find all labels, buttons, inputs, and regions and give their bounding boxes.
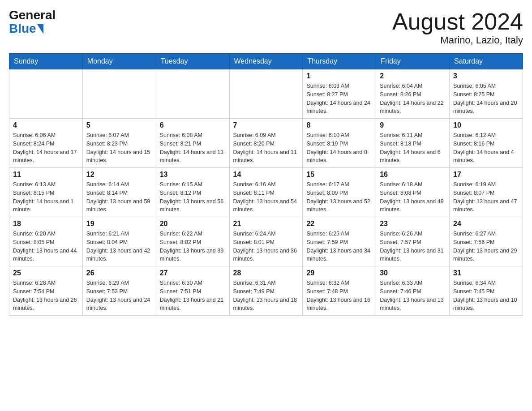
day-info: Sunrise: 6:17 AM Sunset: 8:09 PM Dayligh…	[306, 180, 372, 214]
day-number: 8	[306, 121, 372, 129]
day-info: Sunrise: 6:32 AM Sunset: 7:48 PM Dayligh…	[306, 279, 372, 313]
calendar-day-cell: 15Sunrise: 6:17 AM Sunset: 8:09 PM Dayli…	[303, 168, 376, 217]
day-info: Sunrise: 6:24 AM Sunset: 8:01 PM Dayligh…	[233, 230, 299, 263]
day-number: 18	[13, 220, 79, 228]
day-info: Sunrise: 6:04 AM Sunset: 8:26 PM Dayligh…	[380, 82, 446, 116]
day-number: 4	[13, 121, 79, 129]
day-info: Sunrise: 6:11 AM Sunset: 8:18 PM Dayligh…	[380, 131, 446, 165]
day-number: 30	[380, 269, 446, 277]
day-number: 13	[160, 171, 226, 179]
day-number: 9	[380, 121, 446, 129]
day-info: Sunrise: 6:27 AM Sunset: 7:56 PM Dayligh…	[453, 230, 519, 263]
day-info: Sunrise: 6:34 AM Sunset: 7:45 PM Dayligh…	[453, 279, 519, 313]
day-number: 6	[160, 121, 226, 129]
day-info: Sunrise: 6:15 AM Sunset: 8:12 PM Dayligh…	[160, 180, 226, 214]
day-info: Sunrise: 6:19 AM Sunset: 8:07 PM Dayligh…	[453, 180, 519, 214]
calendar-day-cell: 18Sunrise: 6:20 AM Sunset: 8:05 PM Dayli…	[9, 217, 83, 266]
day-info: Sunrise: 6:22 AM Sunset: 8:02 PM Dayligh…	[160, 230, 226, 263]
day-number: 20	[160, 220, 226, 228]
calendar-day-cell: 30Sunrise: 6:33 AM Sunset: 7:46 PM Dayli…	[376, 266, 450, 316]
day-info: Sunrise: 6:28 AM Sunset: 7:54 PM Dayligh…	[13, 279, 79, 313]
calendar-day-cell: 29Sunrise: 6:32 AM Sunset: 7:48 PM Dayli…	[303, 266, 376, 316]
day-number: 25	[13, 269, 79, 277]
calendar-header-row: SundayMondayTuesdayWednesdayThursdayFrid…	[9, 54, 523, 69]
day-of-week-header: Tuesday	[156, 54, 229, 69]
day-info: Sunrise: 6:31 AM Sunset: 7:49 PM Dayligh…	[233, 279, 299, 313]
calendar-day-cell: 21Sunrise: 6:24 AM Sunset: 8:01 PM Dayli…	[229, 217, 303, 266]
calendar-day-cell	[229, 69, 303, 119]
day-number: 12	[86, 171, 152, 179]
day-info: Sunrise: 6:10 AM Sunset: 8:19 PM Dayligh…	[306, 131, 372, 165]
logo-blue-text: Blue	[9, 21, 36, 36]
day-number: 24	[453, 220, 519, 228]
day-info: Sunrise: 6:29 AM Sunset: 7:53 PM Dayligh…	[86, 279, 152, 313]
calendar-day-cell: 20Sunrise: 6:22 AM Sunset: 8:02 PM Dayli…	[156, 217, 229, 266]
calendar-day-cell: 24Sunrise: 6:27 AM Sunset: 7:56 PM Dayli…	[450, 217, 523, 266]
calendar-day-cell: 23Sunrise: 6:26 AM Sunset: 7:57 PM Dayli…	[376, 217, 450, 266]
day-of-week-header: Thursday	[303, 54, 376, 69]
day-of-week-header: Monday	[82, 54, 156, 69]
calendar-day-cell	[9, 69, 83, 119]
day-of-week-header: Sunday	[9, 54, 83, 69]
day-info: Sunrise: 6:16 AM Sunset: 8:11 PM Dayligh…	[233, 180, 299, 214]
calendar-day-cell: 22Sunrise: 6:25 AM Sunset: 7:59 PM Dayli…	[303, 217, 376, 266]
calendar-day-cell: 11Sunrise: 6:13 AM Sunset: 8:15 PM Dayli…	[9, 168, 83, 217]
location-subtitle: Marino, Lazio, Italy	[392, 34, 523, 46]
calendar-day-cell: 10Sunrise: 6:12 AM Sunset: 8:16 PM Dayli…	[450, 119, 523, 168]
calendar-day-cell	[82, 69, 156, 119]
day-number: 31	[453, 269, 519, 277]
day-info: Sunrise: 6:12 AM Sunset: 8:16 PM Dayligh…	[453, 131, 519, 165]
calendar-day-cell: 14Sunrise: 6:16 AM Sunset: 8:11 PM Dayli…	[229, 168, 303, 217]
day-number: 15	[306, 171, 372, 179]
day-info: Sunrise: 6:30 AM Sunset: 7:51 PM Dayligh…	[160, 279, 226, 313]
day-of-week-header: Wednesday	[229, 54, 303, 69]
day-number: 16	[380, 171, 446, 179]
day-info: Sunrise: 6:14 AM Sunset: 8:14 PM Dayligh…	[86, 180, 152, 214]
calendar-week-row: 25Sunrise: 6:28 AM Sunset: 7:54 PM Dayli…	[9, 266, 523, 316]
calendar-day-cell: 28Sunrise: 6:31 AM Sunset: 7:49 PM Dayli…	[229, 266, 303, 316]
calendar-day-cell: 27Sunrise: 6:30 AM Sunset: 7:51 PM Dayli…	[156, 266, 229, 316]
calendar-week-row: 4Sunrise: 6:06 AM Sunset: 8:24 PM Daylig…	[9, 119, 523, 168]
day-info: Sunrise: 6:13 AM Sunset: 8:15 PM Dayligh…	[13, 180, 79, 214]
title-block: August 2024 Marino, Lazio, Italy	[392, 9, 523, 46]
day-info: Sunrise: 6:33 AM Sunset: 7:46 PM Dayligh…	[380, 279, 446, 313]
calendar-day-cell: 19Sunrise: 6:21 AM Sunset: 8:04 PM Dayli…	[82, 217, 156, 266]
calendar-day-cell: 25Sunrise: 6:28 AM Sunset: 7:54 PM Dayli…	[9, 266, 83, 316]
calendar-day-cell: 4Sunrise: 6:06 AM Sunset: 8:24 PM Daylig…	[9, 119, 83, 168]
calendar-day-cell: 1Sunrise: 6:03 AM Sunset: 8:27 PM Daylig…	[303, 69, 376, 119]
day-number: 5	[86, 121, 152, 129]
day-info: Sunrise: 6:20 AM Sunset: 8:05 PM Dayligh…	[13, 230, 79, 263]
calendar-day-cell: 7Sunrise: 6:09 AM Sunset: 8:20 PM Daylig…	[229, 119, 303, 168]
day-of-week-header: Friday	[376, 54, 450, 69]
calendar-table: SundayMondayTuesdayWednesdayThursdayFrid…	[9, 53, 523, 316]
day-info: Sunrise: 6:03 AM Sunset: 8:27 PM Dayligh…	[306, 82, 372, 116]
day-number: 23	[380, 220, 446, 228]
day-number: 2	[380, 72, 446, 80]
day-number: 7	[233, 121, 299, 129]
calendar-day-cell: 26Sunrise: 6:29 AM Sunset: 7:53 PM Dayli…	[82, 266, 156, 316]
calendar-day-cell: 16Sunrise: 6:18 AM Sunset: 8:08 PM Dayli…	[376, 168, 450, 217]
day-number: 19	[86, 220, 152, 228]
calendar-day-cell: 13Sunrise: 6:15 AM Sunset: 8:12 PM Dayli…	[156, 168, 229, 217]
day-number: 22	[306, 220, 372, 228]
month-year-title: August 2024	[392, 9, 523, 34]
day-info: Sunrise: 6:21 AM Sunset: 8:04 PM Dayligh…	[86, 230, 152, 263]
day-number: 14	[233, 171, 299, 179]
day-number: 29	[306, 269, 372, 277]
day-number: 28	[233, 269, 299, 277]
day-number: 26	[86, 269, 152, 277]
day-info: Sunrise: 6:05 AM Sunset: 8:25 PM Dayligh…	[453, 82, 519, 116]
day-info: Sunrise: 6:07 AM Sunset: 8:23 PM Dayligh…	[86, 131, 152, 165]
calendar-day-cell: 2Sunrise: 6:04 AM Sunset: 8:26 PM Daylig…	[376, 69, 450, 119]
logo-triangle-icon	[37, 24, 43, 34]
day-info: Sunrise: 6:26 AM Sunset: 7:57 PM Dayligh…	[380, 230, 446, 263]
day-number: 11	[13, 171, 79, 179]
calendar-week-row: 18Sunrise: 6:20 AM Sunset: 8:05 PM Dayli…	[9, 217, 523, 266]
day-number: 21	[233, 220, 299, 228]
day-info: Sunrise: 6:25 AM Sunset: 7:59 PM Dayligh…	[306, 230, 372, 263]
day-info: Sunrise: 6:08 AM Sunset: 8:21 PM Dayligh…	[160, 131, 226, 165]
calendar-day-cell: 12Sunrise: 6:14 AM Sunset: 8:14 PM Dayli…	[82, 168, 156, 217]
day-number: 1	[306, 72, 372, 80]
calendar-day-cell: 5Sunrise: 6:07 AM Sunset: 8:23 PM Daylig…	[82, 119, 156, 168]
logo: General Blue	[9, 9, 56, 36]
